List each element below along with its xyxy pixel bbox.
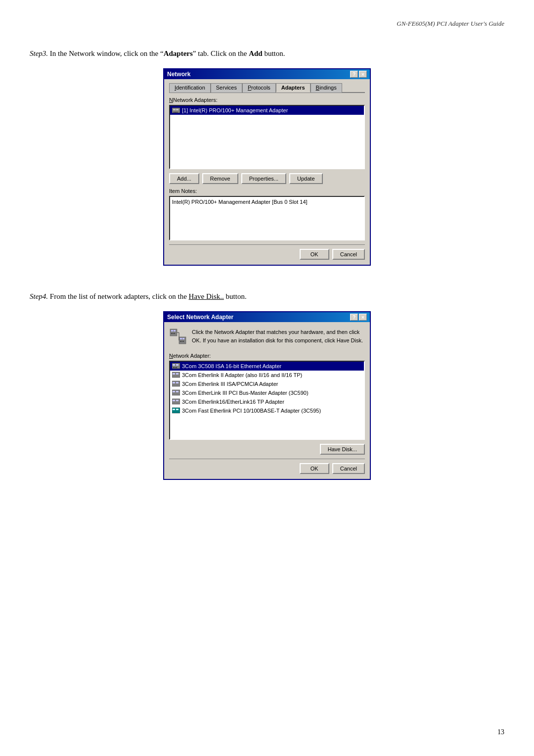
- network-dialog-content: Identification Services Protocols Adapte…: [164, 79, 370, 265]
- svg-rect-9: [171, 333, 172, 334]
- sna-separator: [169, 459, 365, 459]
- svg-rect-31: [176, 382, 178, 383]
- sna-item-4[interactable]: 3Com Etherlink16/EtherLink16 TP Adapter: [170, 397, 364, 406]
- svg-rect-7: [171, 330, 173, 331]
- sna-dialog-content: Click the Network Adapter that matches y…: [164, 322, 370, 479]
- footer-button-row: OK Cancel: [169, 249, 365, 260]
- sna-dialog-title: Select Network Adapter: [167, 314, 233, 321]
- sna-item-icon-4: [172, 398, 180, 406]
- tab-services[interactable]: Services: [211, 83, 242, 93]
- svg-rect-22: [176, 364, 178, 366]
- step4-text: Step4. From the list of network adapters…: [30, 290, 504, 302]
- svg-rect-10: [173, 333, 174, 334]
- add-button[interactable]: Add...: [169, 173, 199, 184]
- tab-bindings[interactable]: Bindings: [311, 83, 342, 93]
- svg-rect-13: [180, 338, 182, 339]
- svg-rect-23: [173, 367, 174, 368]
- sna-help-button[interactable]: ?: [350, 314, 358, 321]
- sna-close-button[interactable]: ×: [359, 314, 367, 321]
- sna-info-text: Click the Network Adapter that matches y…: [192, 328, 365, 344]
- svg-rect-5: [177, 112, 178, 113]
- svg-rect-39: [173, 409, 175, 410]
- dialog-separator: [169, 244, 365, 245]
- header-text: GN-FE605(M) PCI Adapter User's Guide: [397, 20, 504, 27]
- svg-rect-27: [173, 373, 175, 375]
- help-button[interactable]: ?: [350, 71, 358, 78]
- network-dialog-wrapper: Network ? × Identification Services Prot…: [30, 68, 504, 266]
- sna-info-box: Click the Network Adapter that matches y…: [169, 326, 365, 348]
- sna-info-icon: [169, 328, 187, 346]
- network-adapters-label: NNetwork Adapters:: [169, 97, 365, 103]
- tab-identification[interactable]: Identification: [169, 83, 211, 93]
- network-tabs: Identification Services Protocols Adapte…: [169, 83, 365, 93]
- svg-rect-35: [172, 399, 180, 404]
- svg-rect-25: [176, 367, 177, 368]
- sna-dialog: Select Network Adapter ? ×: [163, 311, 371, 480]
- tab-protocols[interactable]: Protocols: [242, 83, 276, 93]
- svg-rect-29: [172, 381, 180, 386]
- ok-button[interactable]: OK: [300, 249, 329, 260]
- adapter-item-0[interactable]: [1] Intel(R) PRO/100+ Management Adapter: [170, 106, 364, 115]
- properties-button[interactable]: Properties...: [241, 173, 286, 184]
- svg-rect-30: [173, 382, 175, 383]
- have-disk-button[interactable]: Have Disk...: [320, 444, 365, 455]
- sna-dialog-wrapper: Select Network Adapter ? ×: [30, 311, 504, 480]
- step4-label: Step4.: [30, 292, 48, 300]
- svg-rect-21: [173, 364, 175, 366]
- svg-rect-24: [175, 367, 176, 368]
- svg-rect-4: [175, 112, 176, 113]
- step3-label: Step3.: [30, 49, 48, 57]
- svg-rect-2: [176, 109, 178, 110]
- svg-rect-17: [183, 341, 184, 342]
- svg-rect-8: [174, 330, 176, 331]
- sna-item-3[interactable]: 3Com EtherLink III PCI Bus-Master Adapte…: [170, 388, 364, 397]
- have-disk-row: Have Disk...: [169, 444, 365, 455]
- svg-rect-1: [173, 109, 176, 110]
- svg-rect-11: [174, 333, 175, 334]
- sna-item-icon-2: [172, 380, 180, 388]
- sna-item-1[interactable]: 3Com Etherlink II Adapter (also II/16 an…: [170, 371, 364, 379]
- svg-rect-40: [176, 409, 178, 410]
- svg-rect-36: [173, 400, 175, 401]
- sna-dialog-titlebar: Select Network Adapter ? ×: [164, 312, 370, 322]
- svg-rect-33: [173, 391, 175, 392]
- sna-item-5[interactable]: 3Com Fast Etherlink PCI 10/100BASE-T Ada…: [170, 406, 364, 415]
- adapters-listbox[interactable]: [1] Intel(R) PRO/100+ Management Adapter: [169, 105, 365, 169]
- title-buttons: ? ×: [350, 71, 367, 78]
- remove-button[interactable]: Remove: [202, 173, 238, 184]
- sna-item-icon-0: [172, 362, 180, 370]
- svg-rect-15: [180, 341, 181, 342]
- sna-item-2[interactable]: 3Com Etherlink III ISA/PCMCIA Adapter: [170, 379, 364, 388]
- page-header: GN-FE605(M) PCI Adapter User's Guide: [30, 20, 504, 28]
- svg-rect-16: [181, 341, 182, 342]
- step3-block: Step3. In the Network window, click on t…: [30, 47, 504, 266]
- network-dialog: Network ? × Identification Services Prot…: [163, 68, 371, 266]
- svg-rect-32: [172, 390, 180, 395]
- sna-item-0[interactable]: 3Com 3C508 ISA 16-bit Ethernet Adapter: [170, 362, 364, 371]
- sna-listbox[interactable]: 3Com 3C508 ISA 16-bit Ethernet Adapter 3…: [169, 361, 365, 440]
- item-notes-box: Intel(R) PRO/100+ Management Adapter [Bu…: [169, 196, 365, 240]
- cancel-button[interactable]: Cancel: [332, 249, 365, 260]
- adapter-button-row: Add... Remove Properties... Update: [169, 173, 365, 184]
- sna-item-icon-1: [172, 371, 180, 379]
- page-number: 13: [497, 728, 504, 736]
- svg-rect-37: [176, 400, 178, 401]
- sna-item-icon-5: [172, 407, 180, 415]
- sna-cancel-button[interactable]: Cancel: [332, 463, 365, 474]
- svg-rect-14: [182, 338, 184, 339]
- svg-rect-26: [172, 372, 180, 378]
- update-button[interactable]: Update: [289, 173, 322, 184]
- sna-footer-row: OK Cancel: [169, 463, 365, 474]
- sna-item-icon-3: [172, 389, 180, 397]
- close-button[interactable]: ×: [359, 71, 367, 78]
- svg-rect-38: [172, 408, 180, 413]
- svg-rect-3: [174, 112, 175, 113]
- svg-rect-28: [176, 373, 178, 375]
- adapter-icon-0: [172, 106, 180, 114]
- sna-ok-button[interactable]: OK: [300, 463, 329, 474]
- item-notes-label: Item Notes:: [169, 188, 365, 194]
- network-dialog-titlebar: Network ? ×: [164, 69, 370, 79]
- network-dialog-title: Network: [167, 71, 190, 78]
- tab-adapters[interactable]: Adapters: [276, 83, 311, 93]
- svg-rect-34: [176, 391, 178, 392]
